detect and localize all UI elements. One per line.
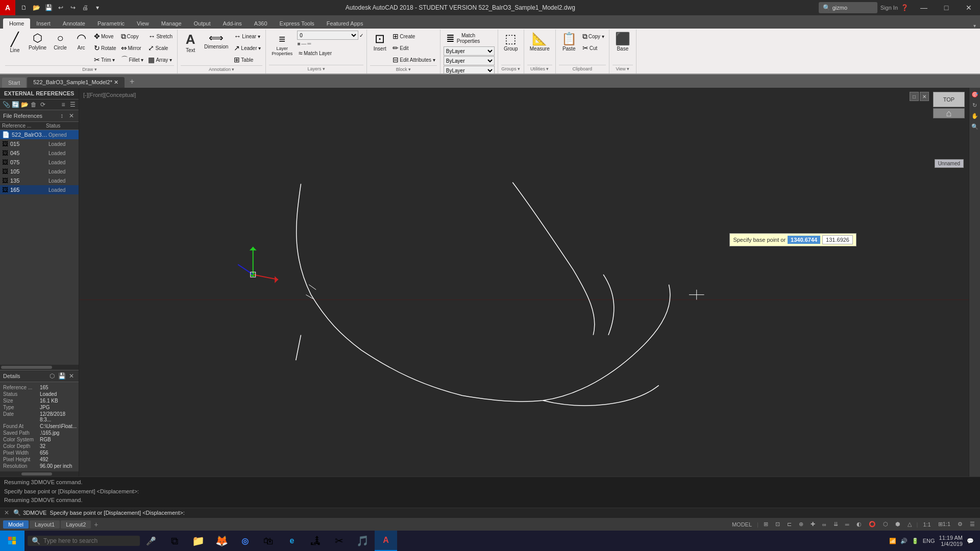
- clock[interactable]: 11:19 AM 1/4/2019: [939, 535, 963, 547]
- ribbon-minimize-btn[interactable]: ▾: [973, 23, 976, 29]
- modify-scale-btn[interactable]: ⤢Scale: [146, 42, 174, 54]
- ref-item-105[interactable]: 🖼 105 Loaded: [0, 167, 79, 176]
- close-btn[interactable]: ✕: [958, 0, 980, 15]
- tab-insert[interactable]: Insert: [30, 18, 57, 29]
- dimension-btn[interactable]: ⟺ Dimension: [202, 31, 231, 51]
- details-close-btn[interactable]: ✕: [67, 372, 76, 380]
- base-view-btn[interactable]: ⬛ Base: [612, 31, 633, 53]
- list-view-btn[interactable]: ☰: [68, 101, 77, 109]
- nav-cube-home-btn[interactable]: ⌂: [933, 108, 965, 118]
- polar-btn[interactable]: ⊕: [797, 520, 805, 528]
- snip-btn[interactable]: ✂: [328, 531, 350, 551]
- zoom-btn[interactable]: 🔍: [970, 122, 979, 131]
- color-dropdown[interactable]: ByLayer: [444, 46, 495, 56]
- maximize-btn[interactable]: □: [935, 0, 958, 15]
- ref-item-main[interactable]: 📄 522_BalrO3_S... Opened: [0, 130, 79, 139]
- layer-properties-btn[interactable]: ≡ LayerProperties: [269, 32, 295, 58]
- nav-cube-top[interactable]: TOP: [933, 92, 965, 107]
- ref-item-165[interactable]: 🖼 165 Loaded: [0, 185, 79, 194]
- photos-btn[interactable]: 🏞: [304, 531, 327, 551]
- table-btn[interactable]: ⊞Table: [232, 54, 262, 65]
- cmd-search-icon[interactable]: 🔍: [11, 509, 23, 516]
- details-save-btn[interactable]: 💾: [58, 372, 66, 380]
- view-controls-btn[interactable]: 🎯: [970, 90, 979, 99]
- details-expand-btn[interactable]: ⬡: [48, 372, 56, 380]
- attach-btn[interactable]: 📎: [2, 101, 10, 109]
- linetype-dropdown[interactable]: ByLayer: [444, 56, 495, 65]
- close-panel-btn[interactable]: ✕: [67, 112, 76, 120]
- modify-copy-btn[interactable]: ⧉Copy: [119, 31, 145, 42]
- 3dosnap-btn[interactable]: ⬡: [881, 520, 890, 528]
- modify-fillet-btn[interactable]: ⌒Fillet ▾: [119, 54, 145, 65]
- insert-btn[interactable]: ⊡ Insert: [370, 31, 389, 53]
- cut-btn[interactable]: ✂Cut: [581, 42, 606, 54]
- modify-rotate-btn[interactable]: ↻Rotate: [92, 42, 117, 54]
- doc-tab-main[interactable]: 522_BalrO3_Sample1_Model2* ✕: [27, 77, 125, 88]
- tab-view[interactable]: View: [131, 18, 155, 29]
- tab-expresstools[interactable]: Express Tools: [274, 18, 321, 29]
- chrome-btn[interactable]: ◎: [234, 531, 256, 551]
- firefox-btn[interactable]: 🦊: [210, 531, 233, 551]
- tab-manage[interactable]: Manage: [155, 18, 188, 29]
- linear-btn[interactable]: ↔Linear ▾: [232, 31, 262, 42]
- tree-view-btn[interactable]: ≡: [59, 101, 67, 109]
- measure-btn[interactable]: 📐 Measure: [527, 31, 552, 53]
- leader-btn[interactable]: ↗Leader ▾: [232, 42, 262, 54]
- create-block-btn[interactable]: ⊞Create: [391, 31, 436, 42]
- tab-parametric[interactable]: Parametric: [91, 18, 131, 29]
- ref-item-135[interactable]: 🖼 135 Loaded: [0, 176, 79, 185]
- ortho-btn[interactable]: ⊏: [785, 520, 794, 528]
- ref-item-015[interactable]: 🖼 015 Loaded: [0, 139, 79, 148]
- taskview-btn[interactable]: ⧉: [163, 531, 186, 551]
- command-input[interactable]: [23, 510, 978, 516]
- draw-polyline-btn[interactable]: ⬡ Polyline: [26, 31, 49, 52]
- search-input[interactable]: [832, 5, 873, 11]
- doc-tab-start[interactable]: Start: [2, 78, 26, 88]
- match-layer-btn[interactable]: ≈ Match Layer: [297, 47, 363, 59]
- plot-btn[interactable]: 🖨: [80, 2, 91, 13]
- make-current-icon[interactable]: ✓: [359, 33, 363, 38]
- battery-icon[interactable]: 🔋: [912, 538, 919, 544]
- grid-btn[interactable]: ⊡: [773, 520, 782, 528]
- microphone-icon[interactable]: 🎤: [143, 536, 159, 546]
- tab-a360[interactable]: A360: [248, 18, 274, 29]
- tab-featuredapps[interactable]: Featured Apps: [321, 18, 370, 29]
- edit-attribs-btn[interactable]: ⊟Edit Attributes ▾: [391, 54, 436, 65]
- store-btn[interactable]: 🛍: [257, 531, 280, 551]
- annotation-monitor-btn[interactable]: △: [905, 520, 914, 528]
- transparency-btn[interactable]: ◐: [854, 520, 864, 528]
- layout-tab-layout2[interactable]: Layout2: [61, 520, 91, 529]
- more-qa-btn[interactable]: ▾: [92, 2, 103, 13]
- tab-addins[interactable]: Add-ins: [217, 18, 248, 29]
- save-btn[interactable]: 💾: [43, 2, 54, 13]
- ref-item-075[interactable]: 🖼 075 Loaded: [0, 158, 79, 167]
- workspace-btn[interactable]: ⚙: [955, 520, 965, 528]
- change-path-btn[interactable]: 📂: [20, 101, 29, 109]
- new-doc-tab-btn[interactable]: +: [126, 76, 138, 88]
- itrack-btn[interactable]: ∞: [820, 521, 828, 528]
- new-btn[interactable]: 🗋: [18, 2, 30, 13]
- selcycle-btn[interactable]: ⭕: [867, 520, 878, 528]
- ref-item-045[interactable]: 🖼 045 Loaded: [0, 148, 79, 158]
- detach-btn[interactable]: 🗑: [30, 101, 38, 109]
- pan-btn[interactable]: ✋: [970, 111, 979, 120]
- modify-stretch-btn[interactable]: ↔Stretch: [146, 31, 174, 42]
- draw-circle-btn[interactable]: ○ Circle: [51, 31, 70, 52]
- lineweight-btn[interactable]: ═: [843, 521, 851, 528]
- minimize-btn[interactable]: —: [913, 0, 935, 15]
- group-btn[interactable]: ⬚ Group: [501, 31, 521, 53]
- modify-trim-btn[interactable]: ✂Trim ▾: [92, 54, 117, 65]
- signin-btn[interactable]: Sign In: [880, 5, 898, 11]
- explorer-btn[interactable]: 📁: [187, 531, 209, 551]
- draw-line-btn[interactable]: ╱ Line: [5, 31, 24, 55]
- match-properties-btn[interactable]: ≣ MatchProperties: [444, 31, 484, 45]
- tab-home[interactable]: Home: [3, 18, 30, 29]
- undo-btn[interactable]: ↩: [55, 2, 66, 13]
- lineweight-dropdown[interactable]: ByLayer: [444, 66, 495, 74]
- viewport[interactable]: [-][Front][Conceptual] TOP ⌂ Unnamed □ ✕: [79, 88, 969, 477]
- modify-array-btn[interactable]: ▦Array ▾: [146, 54, 174, 65]
- volume-icon[interactable]: 🔊: [900, 538, 908, 544]
- autocad-taskapp[interactable]: A: [375, 531, 397, 551]
- modify-mirror-btn[interactable]: ⇔Mirror: [119, 42, 145, 54]
- network-icon[interactable]: 📶: [889, 538, 896, 544]
